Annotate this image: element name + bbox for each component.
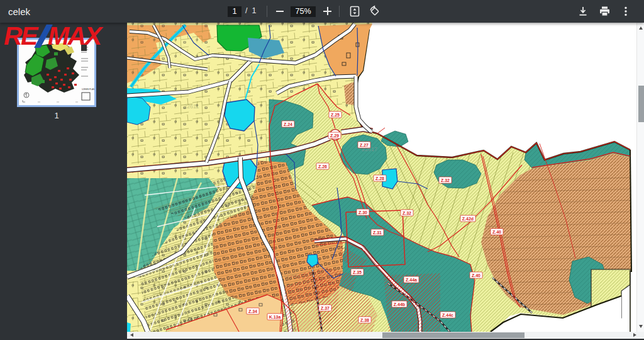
svg-text:Z.37: Z.37	[321, 306, 330, 310]
svg-text:Z.34: Z.34	[248, 309, 257, 314]
svg-text:Z.28: Z.28	[375, 176, 384, 181]
svg-text:Z.35: Z.35	[353, 270, 362, 275]
svg-text:Z.40: Z.40	[472, 273, 480, 278]
svg-text:Z.32: Z.32	[441, 178, 450, 183]
svg-text:Z.42d: Z.42d	[462, 217, 474, 221]
svg-text:Z.27: Z.27	[360, 143, 369, 147]
svg-text:21000: 21000	[283, 272, 299, 278]
svg-text:Z.30: Z.30	[358, 210, 367, 215]
svg-text:Z.44b: Z.44b	[394, 302, 405, 307]
svg-text:Z.44c: Z.44c	[442, 313, 453, 317]
svg-text:Z.29: Z.29	[330, 133, 339, 138]
svg-text:Z.44a: Z.44a	[406, 278, 417, 282]
svg-text:Z.40: Z.40	[492, 230, 501, 234]
svg-text:22611: 22611	[184, 103, 199, 110]
svg-text:Z.25: Z.25	[331, 113, 340, 117]
svg-text:Z.32: Z.32	[402, 211, 411, 215]
svg-text:Z.24: Z.24	[284, 122, 292, 127]
svg-text:Z.31: Z.31	[373, 230, 382, 235]
svg-text:UZEMNI PLAN: UZEMNI PLAN	[82, 88, 94, 91]
svg-text:K.13a: K.13a	[269, 315, 281, 319]
svg-text:Z.38: Z.38	[360, 318, 369, 322]
svg-text:Z.26: Z.26	[318, 164, 327, 169]
